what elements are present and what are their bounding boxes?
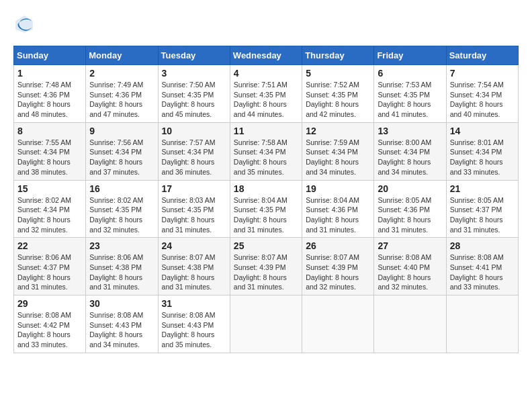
calendar-cell: 22Sunrise: 8:06 AMSunset: 4:37 PMDayligh… xyxy=(14,238,86,295)
day-info: Sunrise: 8:01 AMSunset: 4:34 PMDaylight:… xyxy=(450,138,515,177)
calendar-cell xyxy=(230,295,302,353)
calendar-cell: 12Sunrise: 7:59 AMSunset: 4:34 PMDayligh… xyxy=(302,122,374,180)
day-number: 29 xyxy=(17,298,82,309)
day-number: 4 xyxy=(234,68,298,79)
calendar-cell xyxy=(374,295,446,353)
day-info: Sunrise: 7:50 AMSunset: 4:35 PMDaylight:… xyxy=(162,80,226,120)
day-info: Sunrise: 8:08 AMSunset: 4:42 PMDaylight:… xyxy=(17,310,82,350)
calendar-cell: 19Sunrise: 8:04 AMSunset: 4:36 PMDayligh… xyxy=(302,180,374,238)
day-number: 6 xyxy=(378,68,442,79)
weekday-header-cell: Friday xyxy=(374,46,446,65)
day-number: 11 xyxy=(234,126,298,136)
day-info: Sunrise: 8:07 AMSunset: 4:39 PMDaylight:… xyxy=(234,253,298,292)
weekday-header-cell: Wednesday xyxy=(230,46,302,65)
calendar-body: 1Sunrise: 7:48 AMSunset: 4:36 PMDaylight… xyxy=(14,65,519,353)
day-info: Sunrise: 7:55 AMSunset: 4:34 PMDaylight:… xyxy=(17,138,82,177)
calendar-cell: 31Sunrise: 8:08 AMSunset: 4:43 PMDayligh… xyxy=(158,295,230,353)
day-number: 14 xyxy=(450,126,515,136)
calendar-cell: 8Sunrise: 7:55 AMSunset: 4:34 PMDaylight… xyxy=(14,122,86,180)
calendar-cell: 6Sunrise: 7:53 AMSunset: 4:35 PMDaylight… xyxy=(374,65,446,123)
day-number: 9 xyxy=(89,126,154,136)
day-number: 3 xyxy=(162,68,226,79)
day-number: 25 xyxy=(234,240,298,251)
calendar-cell: 28Sunrise: 8:08 AMSunset: 4:41 PMDayligh… xyxy=(446,238,518,295)
day-info: Sunrise: 7:51 AMSunset: 4:35 PMDaylight:… xyxy=(234,80,298,120)
day-info: Sunrise: 7:48 AMSunset: 4:36 PMDaylight:… xyxy=(17,80,82,120)
day-number: 28 xyxy=(450,240,515,251)
day-number: 2 xyxy=(89,68,154,79)
calendar-cell: 3Sunrise: 7:50 AMSunset: 4:35 PMDaylight… xyxy=(158,65,230,123)
day-number: 5 xyxy=(306,68,370,79)
day-info: Sunrise: 8:05 AMSunset: 4:37 PMDaylight:… xyxy=(450,195,515,235)
calendar-cell: 26Sunrise: 8:07 AMSunset: 4:39 PMDayligh… xyxy=(302,238,374,295)
day-number: 31 xyxy=(162,298,226,309)
day-info: Sunrise: 7:49 AMSunset: 4:36 PMDaylight:… xyxy=(89,80,154,120)
weekday-header-cell: Sunday xyxy=(14,46,86,65)
day-info: Sunrise: 7:58 AMSunset: 4:34 PMDaylight:… xyxy=(234,138,298,177)
calendar-cell: 9Sunrise: 7:56 AMSunset: 4:34 PMDaylight… xyxy=(86,122,158,180)
calendar-cell: 17Sunrise: 8:03 AMSunset: 4:35 PMDayligh… xyxy=(158,180,230,238)
calendar-cell: 10Sunrise: 7:57 AMSunset: 4:34 PMDayligh… xyxy=(158,122,230,180)
day-info: Sunrise: 8:05 AMSunset: 4:36 PMDaylight:… xyxy=(378,195,442,235)
day-number: 30 xyxy=(89,298,154,309)
day-info: Sunrise: 8:06 AMSunset: 4:38 PMDaylight:… xyxy=(89,253,154,292)
day-info: Sunrise: 8:08 AMSunset: 4:43 PMDaylight:… xyxy=(162,310,226,350)
day-info: Sunrise: 7:57 AMSunset: 4:34 PMDaylight:… xyxy=(162,138,226,177)
weekday-header-cell: Thursday xyxy=(302,46,374,65)
calendar-week-row: 22Sunrise: 8:06 AMSunset: 4:37 PMDayligh… xyxy=(14,238,519,295)
calendar-cell: 30Sunrise: 8:08 AMSunset: 4:43 PMDayligh… xyxy=(86,295,158,353)
day-info: Sunrise: 8:02 AMSunset: 4:34 PMDaylight:… xyxy=(17,195,82,235)
calendar-cell: 24Sunrise: 8:07 AMSunset: 4:38 PMDayligh… xyxy=(158,238,230,295)
day-number: 21 xyxy=(450,183,515,194)
day-info: Sunrise: 8:04 AMSunset: 4:35 PMDaylight:… xyxy=(234,195,298,235)
calendar-cell: 7Sunrise: 7:54 AMSunset: 4:34 PMDaylight… xyxy=(446,65,518,123)
day-number: 23 xyxy=(89,240,154,251)
calendar-cell: 23Sunrise: 8:06 AMSunset: 4:38 PMDayligh… xyxy=(86,238,158,295)
day-number: 19 xyxy=(306,183,370,194)
day-number: 8 xyxy=(17,126,82,136)
calendar-cell: 20Sunrise: 8:05 AMSunset: 4:36 PMDayligh… xyxy=(374,180,446,238)
day-number: 27 xyxy=(378,240,442,251)
day-info: Sunrise: 7:53 AMSunset: 4:35 PMDaylight:… xyxy=(378,80,442,120)
calendar-cell: 27Sunrise: 8:08 AMSunset: 4:40 PMDayligh… xyxy=(374,238,446,295)
day-number: 17 xyxy=(162,183,226,194)
weekday-header-cell: Tuesday xyxy=(158,46,230,65)
calendar-cell: 29Sunrise: 8:08 AMSunset: 4:42 PMDayligh… xyxy=(14,295,86,353)
day-info: Sunrise: 8:08 AMSunset: 4:43 PMDaylight:… xyxy=(89,310,154,350)
weekday-header-cell: Monday xyxy=(86,46,158,65)
calendar-cell xyxy=(446,295,518,353)
day-number: 1 xyxy=(17,68,82,79)
day-info: Sunrise: 8:07 AMSunset: 4:38 PMDaylight:… xyxy=(162,253,226,292)
calendar-week-row: 15Sunrise: 8:02 AMSunset: 4:34 PMDayligh… xyxy=(14,180,519,238)
day-number: 20 xyxy=(378,183,442,194)
day-number: 13 xyxy=(378,126,442,136)
day-info: Sunrise: 8:08 AMSunset: 4:41 PMDaylight:… xyxy=(450,253,515,292)
day-number: 15 xyxy=(17,183,82,194)
day-number: 7 xyxy=(450,68,515,79)
day-number: 24 xyxy=(162,240,226,251)
day-info: Sunrise: 8:00 AMSunset: 4:34 PMDaylight:… xyxy=(378,138,442,177)
day-number: 22 xyxy=(17,240,82,251)
day-number: 12 xyxy=(306,126,370,136)
day-info: Sunrise: 8:06 AMSunset: 4:37 PMDaylight:… xyxy=(17,253,82,292)
calendar-week-row: 1Sunrise: 7:48 AMSunset: 4:36 PMDaylight… xyxy=(14,65,519,123)
calendar-table: SundayMondayTuesdayWednesdayThursdayFrid… xyxy=(13,46,519,353)
day-info: Sunrise: 7:54 AMSunset: 4:34 PMDaylight:… xyxy=(450,80,515,120)
calendar-cell: 5Sunrise: 7:52 AMSunset: 4:35 PMDaylight… xyxy=(302,65,374,123)
day-info: Sunrise: 8:08 AMSunset: 4:40 PMDaylight:… xyxy=(378,253,442,292)
day-info: Sunrise: 8:02 AMSunset: 4:35 PMDaylight:… xyxy=(89,195,154,235)
calendar-cell: 14Sunrise: 8:01 AMSunset: 4:34 PMDayligh… xyxy=(446,122,518,180)
day-info: Sunrise: 8:04 AMSunset: 4:36 PMDaylight:… xyxy=(306,195,370,235)
day-number: 16 xyxy=(89,183,154,194)
calendar-cell: 21Sunrise: 8:05 AMSunset: 4:37 PMDayligh… xyxy=(446,180,518,238)
calendar-cell: 16Sunrise: 8:02 AMSunset: 4:35 PMDayligh… xyxy=(86,180,158,238)
day-info: Sunrise: 7:59 AMSunset: 4:34 PMDaylight:… xyxy=(306,138,370,177)
calendar-cell: 11Sunrise: 7:58 AMSunset: 4:34 PMDayligh… xyxy=(230,122,302,180)
day-info: Sunrise: 8:03 AMSunset: 4:35 PMDaylight:… xyxy=(162,195,226,235)
day-info: Sunrise: 8:07 AMSunset: 4:39 PMDaylight:… xyxy=(306,253,370,292)
calendar-cell: 13Sunrise: 8:00 AMSunset: 4:34 PMDayligh… xyxy=(374,122,446,180)
calendar-cell: 15Sunrise: 8:02 AMSunset: 4:34 PMDayligh… xyxy=(14,180,86,238)
weekday-header-cell: Saturday xyxy=(446,46,518,65)
day-info: Sunrise: 7:52 AMSunset: 4:35 PMDaylight:… xyxy=(306,80,370,120)
day-number: 18 xyxy=(234,183,298,194)
